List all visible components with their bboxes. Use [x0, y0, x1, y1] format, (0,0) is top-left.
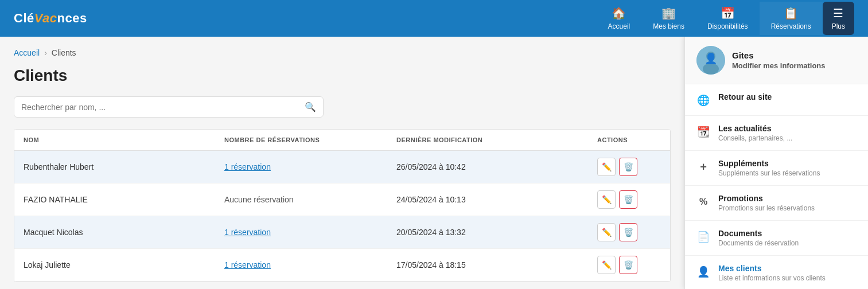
calendar-icon: 📅 [721, 6, 735, 20]
delete-button-1[interactable]: 🗑️ [619, 190, 637, 209]
dropdown-panel: 👤 Gites Modifier mes informations 🌐 Reto… [684, 37, 868, 289]
nav-accueil[interactable]: 🏠 Accueil [597, 2, 642, 35]
menu-icon: ☰ [833, 6, 843, 20]
nav-plus[interactable]: ☰ Plus [823, 2, 854, 35]
cell-nom-1: FAZIO NATHALIE [24, 195, 224, 204]
search-container: 🔍 [14, 96, 324, 118]
calendar-news-icon: 📆 [696, 125, 710, 139]
clients-table: NOM NOMBRE DE RÉSERVATIONS DERNIÈRE MODI… [14, 129, 671, 282]
menu-item-documents[interactable]: 📄 Documents Documents de réservation [685, 221, 868, 256]
menu-item-mes-clients-content: Mes clients Liste et informations sur vo… [718, 264, 826, 282]
menu-item-actualites[interactable]: 📆 Les actualités Conseils, partenaires, … [685, 116, 868, 151]
menu-item-actualites-title: Les actualités [718, 124, 792, 133]
svg-text:👤: 👤 [704, 52, 718, 65]
menu-item-supplements[interactable]: + Suppléments Suppléments sur les réserv… [685, 151, 868, 186]
menu-item-documents-subtitle: Documents de réservation [718, 239, 799, 247]
table-row: FAZIO NATHALIE Aucune réservation 24/05/… [14, 183, 670, 216]
person-icon: 👤 [696, 265, 710, 279]
breadcrumb-home[interactable]: Accueil [14, 48, 40, 57]
menu-item-retour-site[interactable]: 🌐 Retour au site [685, 84, 868, 116]
nav-plus-label: Plus [832, 22, 845, 30]
menu-item-supplements-subtitle: Suppléments sur les réservations [718, 169, 820, 177]
delete-button-2[interactable]: 🗑️ [619, 223, 637, 241]
edit-button-0[interactable]: ✏️ [597, 158, 616, 176]
logo-accent: Vac [34, 11, 57, 25]
main-nav: 🏠 Accueil 🏢 Mes biens 📅 Disponibilités 📋… [597, 2, 854, 35]
search-input[interactable] [21, 103, 305, 112]
menu-item-promotions-content: Promotions Promotions sur les réservatio… [718, 194, 815, 212]
cell-reservations-3: 1 réservation [224, 260, 396, 270]
cell-actions-1: ✏️ 🗑️ [597, 190, 671, 209]
search-icon: 🔍 [305, 101, 316, 112]
delete-button-3[interactable]: 🗑️ [619, 256, 637, 274]
cell-nom-3: Lokaj Juliette [24, 260, 224, 270]
nav-accueil-label: Accueil [608, 22, 630, 30]
profile-edit-link[interactable]: Modifier mes informations [732, 61, 857, 70]
nav-reservations-label: Réservations [771, 22, 811, 30]
cell-reservations-2: 1 réservation [224, 228, 396, 237]
edit-button-1[interactable]: ✏️ [597, 190, 616, 209]
reservation-link-0[interactable]: 1 réservation [224, 162, 271, 171]
breadcrumb-separator: › [44, 48, 47, 57]
logo-cle: Clé [14, 11, 34, 25]
col-reservations: NOMBRE DE RÉSERVATIONS [224, 136, 396, 143]
cell-actions-0: ✏️ 🗑️ [597, 158, 671, 176]
cell-modification-0: 26/05/2024 à 10:42 [396, 162, 597, 171]
reservations-icon: 📋 [784, 6, 798, 20]
menu-item-mes-clients[interactable]: 👤 Mes clients Liste et informations sur … [685, 256, 868, 289]
action-buttons-1: ✏️ 🗑️ [597, 190, 671, 209]
action-buttons-0: ✏️ 🗑️ [597, 158, 671, 176]
action-buttons-2: ✏️ 🗑️ [597, 223, 671, 241]
table-row: Rubenthaler Hubert 1 réservation 26/05/2… [14, 151, 670, 183]
cell-reservations-0: 1 réservation [224, 162, 396, 171]
table-row: Macquet Nicolas 1 réservation 20/05/2024… [14, 216, 670, 249]
avatar: 👤 [696, 46, 725, 75]
content-area: Accueil › Clients Clients 🔍 NOM NOMBRE D… [0, 37, 684, 289]
profile-section: 👤 Gites Modifier mes informations [685, 37, 868, 84]
menu-item-actualites-content: Les actualités Conseils, partenaires, ..… [718, 124, 792, 142]
nav-reservations[interactable]: 📋 Réservations [760, 2, 823, 35]
logo-text: CléVacnces [14, 11, 87, 26]
cell-actions-2: ✏️ 🗑️ [597, 223, 671, 241]
menu-item-retour-title: Retour au site [718, 92, 772, 101]
svg-point-2 [703, 63, 719, 75]
building-icon: 🏢 [661, 6, 676, 20]
menu-item-mes-clients-title: Mes clients [718, 264, 826, 273]
action-buttons-3: ✏️ 🗑️ [597, 256, 671, 274]
cell-nom-2: Macquet Nicolas [24, 228, 224, 237]
globe-icon: 🌐 [696, 93, 710, 107]
cell-modification-1: 24/05/2024 à 10:13 [396, 195, 597, 204]
edit-button-2[interactable]: ✏️ [597, 223, 616, 241]
reservation-link-2[interactable]: 1 réservation [224, 228, 271, 237]
col-modification: DERNIÈRE MODIFICATION [396, 136, 597, 143]
cell-actions-3: ✏️ 🗑️ [597, 256, 671, 274]
nav-disponibilites[interactable]: 📅 Disponibilités [696, 2, 760, 35]
header: CléVacnces 🏠 Accueil 🏢 Mes biens 📅 Dispo… [0, 0, 868, 37]
table-row: Lokaj Juliette 1 réservation 17/05/2024 … [14, 249, 670, 282]
profile-name: Gites [732, 50, 857, 60]
menu-item-supplements-content: Suppléments Suppléments sur les réservat… [718, 159, 820, 177]
delete-button-0[interactable]: 🗑️ [619, 158, 637, 176]
menu-item-documents-title: Documents [718, 229, 799, 238]
menu-item-retour-content: Retour au site [718, 92, 772, 101]
page-title: Clients [14, 67, 671, 85]
edit-button-3[interactable]: ✏️ [597, 256, 616, 274]
breadcrumb: Accueil › Clients [14, 48, 671, 57]
nav-disponibilites-label: Disponibilités [707, 22, 748, 30]
nav-mes-biens[interactable]: 🏢 Mes biens [641, 2, 696, 35]
logo-vacances: nces [57, 11, 87, 25]
reservation-link-3[interactable]: 1 réservation [224, 260, 271, 270]
menu-item-promotions[interactable]: % Promotions Promotions sur les réservat… [685, 186, 868, 221]
menu-item-promotions-subtitle: Promotions sur les réservations [718, 204, 815, 212]
home-icon: 🏠 [612, 6, 626, 20]
menu-item-actualites-subtitle: Conseils, partenaires, ... [718, 134, 792, 142]
logo[interactable]: CléVacnces [14, 11, 87, 26]
nav-mes-biens-label: Mes biens [653, 22, 684, 30]
col-actions: ACTIONS [597, 136, 671, 143]
cell-nom-0: Rubenthaler Hubert [24, 162, 224, 171]
plus-icon: + [696, 160, 710, 174]
menu-item-documents-content: Documents Documents de réservation [718, 229, 799, 247]
cell-modification-2: 20/05/2024 à 13:32 [396, 228, 597, 237]
breadcrumb-current: Clients [52, 48, 76, 57]
main-layout: Accueil › Clients Clients 🔍 NOM NOMBRE D… [0, 37, 868, 289]
